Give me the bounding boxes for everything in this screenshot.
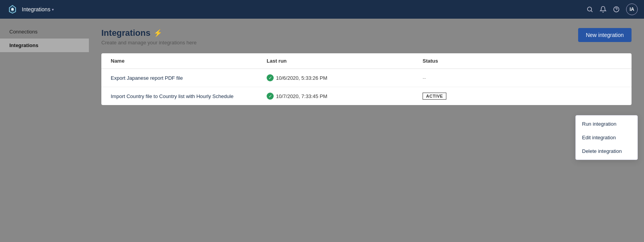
bell-icon[interactable]: [600, 6, 607, 13]
row1-name: Export Japanese report PDF file: [111, 75, 267, 81]
svg-point-1: [587, 7, 592, 11]
table-header: Name Last run Status: [101, 53, 632, 69]
col-header-name: Name: [111, 58, 267, 64]
app-logo[interactable]: [6, 3, 19, 16]
main-area: Connections Integrations Integrations ⚡ …: [0, 19, 644, 242]
sidebar-item-integrations[interactable]: Integrations: [0, 39, 89, 52]
row2-name: Import Country file to Country list with…: [111, 93, 267, 99]
nav-app-title[interactable]: Integrations ▾: [22, 6, 54, 12]
svg-line-2: [591, 11, 592, 12]
top-navigation: Integrations ▾ IA: [0, 0, 644, 19]
context-menu-run[interactable]: Run integration: [576, 117, 637, 131]
row2-lastrun-text: 10/7/2020, 7:33:45 PM: [276, 93, 327, 99]
topnav-left: Integrations ▾: [6, 3, 54, 16]
col-header-lastrun: Last run: [267, 58, 423, 64]
context-menu-edit[interactable]: Edit integration: [576, 131, 637, 144]
topnav-right: IA: [586, 4, 638, 15]
row2-status: ACTIVE: [423, 93, 622, 100]
table-panel: Name Last run Status Export Japanese rep…: [101, 53, 632, 105]
search-icon[interactable]: [586, 6, 593, 13]
status-badge: ACTIVE: [423, 93, 446, 100]
page-title-text: Integrations: [101, 28, 150, 38]
bolt-icon: ⚡: [154, 29, 162, 37]
check-icon: ✓: [267, 74, 274, 81]
help-icon[interactable]: [613, 6, 620, 13]
svg-point-0: [11, 8, 14, 11]
sidebar-item-connections[interactable]: Connections: [0, 25, 89, 39]
row1-status: --: [423, 75, 622, 81]
col-header-status: Status: [423, 58, 622, 64]
content-area: Integrations ⚡ Create and manage your in…: [89, 19, 644, 242]
context-menu-delete[interactable]: Delete integration: [576, 144, 637, 158]
row1-lastrun-text: 10/6/2020, 5:33:26 PM: [276, 75, 327, 81]
check-icon: ✓: [267, 93, 274, 100]
row2-lastrun: ✓ 10/7/2020, 7:33:45 PM: [267, 93, 423, 100]
new-integration-button[interactable]: New integration: [578, 28, 632, 42]
row1-status-dash: --: [423, 75, 426, 81]
table-row: Import Country file to Country list with…: [101, 87, 632, 105]
sidebar: Connections Integrations: [0, 19, 89, 242]
page-header: Integrations ⚡ Create and manage your in…: [101, 28, 632, 46]
nav-chevron-icon: ▾: [52, 7, 54, 12]
row1-lastrun: ✓ 10/6/2020, 5:33:26 PM: [267, 74, 423, 81]
page-subtitle: Create and manage your integrations here: [101, 40, 196, 46]
table-row: Export Japanese report PDF file ✓ 10/6/2…: [101, 69, 632, 87]
user-avatar[interactable]: IA: [626, 4, 638, 15]
context-menu: Run integration Edit integration Delete …: [575, 115, 638, 160]
page-title: Integrations ⚡: [101, 28, 196, 38]
page-title-area: Integrations ⚡ Create and manage your in…: [101, 28, 196, 46]
